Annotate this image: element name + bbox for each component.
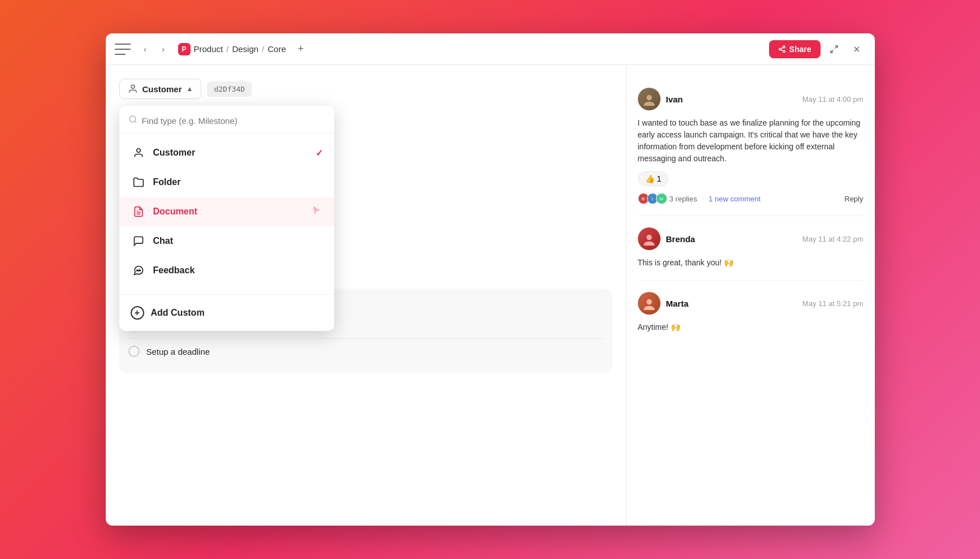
customer-item-label: Customer: [153, 148, 196, 158]
svg-point-15: [136, 270, 137, 271]
avatar-image-ivan: [642, 92, 656, 106]
type-dropdown: Customer ✓ Folder: [119, 106, 334, 331]
comment-card-ivan: Ivan May 11 at 4:00 pm I wanted to touch…: [638, 76, 864, 216]
svg-line-11: [135, 121, 136, 123]
reaction-button-ivan[interactable]: 👍 1: [638, 171, 669, 186]
dropdown-search-row: [119, 113, 334, 134]
commenter-name-brenda: Brenda: [666, 234, 696, 244]
svg-point-19: [646, 235, 652, 240]
avatar-image-marta: [642, 296, 656, 310]
comment-card-marta: Marta May 11 at 5:21 pm Anytime! 🙌: [638, 281, 864, 345]
svg-point-10: [129, 116, 136, 122]
dropdown-item-chat[interactable]: Chat: [119, 226, 334, 256]
comment-footer-ivan: B I M 3 replies · 1 new comment Reply: [638, 193, 864, 204]
reaction-emoji-ivan: 👍: [645, 174, 655, 183]
right-panel: Ivan May 11 at 4:00 pm I wanted to touch…: [626, 65, 875, 526]
comment-text-ivan: I wanted to touch base as we finalize pl…: [638, 117, 864, 165]
comment-time-ivan: May 11 at 4:00 pm: [802, 95, 864, 104]
folder-item-icon: [131, 174, 146, 190]
breadcrumb-core[interactable]: Core: [267, 44, 286, 54]
cursor-icon: [310, 204, 323, 219]
svg-point-0: [783, 46, 785, 48]
sidebar-toggle[interactable]: [115, 44, 131, 55]
check-icon: ✓: [316, 148, 323, 158]
dropdown-divider: [119, 294, 334, 295]
reply-avatars-ivan: B I M: [638, 193, 665, 204]
comment-header-marta: Marta May 11 at 5:21 pm: [638, 292, 864, 315]
mini-avatar-3: M: [656, 193, 667, 204]
search-input[interactable]: [142, 116, 325, 126]
svg-point-20: [646, 299, 652, 305]
svg-point-9: [131, 85, 135, 88]
fullscreen-icon: [830, 45, 839, 54]
fullscreen-button[interactable]: [825, 40, 843, 58]
dropdown-item-folder[interactable]: Folder: [119, 167, 334, 197]
svg-line-6: [831, 50, 834, 53]
separator: ·: [702, 194, 704, 204]
customer-selector-row: Customer ▲ d2Df34D: [119, 79, 612, 99]
dropdown-item-feedback[interactable]: Feedback: [119, 256, 334, 285]
left-panel: Customer ▲ d2Df34D: [106, 65, 626, 526]
dropdown-items: Customer ✓ Folder: [119, 134, 334, 290]
avatar-brenda: [638, 227, 660, 250]
comment-time-brenda: May 11 at 4:22 pm: [802, 235, 864, 243]
commenter-name-ivan: Ivan: [666, 94, 683, 104]
chevron-down-icon: ▲: [187, 85, 193, 93]
reaction-count-ivan: 1: [657, 174, 662, 183]
task-label-2: Setup a deadline: [146, 347, 210, 356]
avatar-marta: [638, 292, 660, 315]
close-icon: [852, 45, 861, 54]
svg-point-16: [138, 270, 139, 271]
add-custom-item[interactable]: + Add Custom: [119, 299, 334, 326]
dropdown-item-document[interactable]: Document: [119, 197, 334, 226]
breadcrumb: P Product / Design / Core: [178, 43, 286, 55]
comment-text-brenda: This is great, thank you! 🙌: [638, 257, 864, 269]
table-row: Setup a deadline: [128, 339, 603, 364]
breadcrumb-product[interactable]: Product: [194, 44, 223, 54]
new-comment-link-ivan[interactable]: 1 new comment: [709, 195, 761, 203]
comment-text-marta: Anytime! 🙌: [638, 321, 864, 333]
svg-line-5: [835, 46, 837, 49]
comment-time-marta: May 11 at 5:21 pm: [802, 299, 864, 308]
comment-header-brenda: Brenda May 11 at 4:22 pm: [638, 227, 864, 250]
svg-point-2: [783, 50, 785, 53]
svg-point-1: [779, 48, 781, 50]
title-bar: ‹ › P Product / Design / Core + Share: [106, 33, 875, 65]
main-content: Customer ▲ d2Df34D: [106, 65, 875, 526]
svg-line-3: [781, 49, 783, 50]
svg-point-17: [139, 270, 140, 271]
breadcrumb-sep-2: /: [262, 44, 264, 54]
back-button[interactable]: ‹: [137, 41, 153, 57]
plus-icon: +: [131, 306, 144, 320]
feedback-item-label: Feedback: [153, 265, 195, 276]
reply-button-ivan[interactable]: Reply: [844, 195, 863, 203]
close-button[interactable]: [848, 40, 866, 58]
feedback-item-icon: [131, 263, 146, 278]
svg-line-4: [781, 47, 783, 48]
chat-item-label: Chat: [153, 236, 174, 246]
dropdown-item-customer[interactable]: Customer ✓: [119, 138, 334, 167]
commenter-name-marta: Marta: [666, 299, 689, 308]
comment-card-brenda: Brenda May 11 at 4:22 pm This is great, …: [638, 216, 864, 281]
breadcrumb-design[interactable]: Design: [232, 44, 258, 54]
chat-item-icon: [131, 233, 146, 249]
type-label: Customer: [143, 84, 182, 94]
forward-button[interactable]: ›: [156, 41, 171, 57]
type-selector-button[interactable]: Customer ▲: [119, 79, 202, 99]
nav-arrows: ‹ ›: [137, 41, 171, 57]
share-icon: [778, 45, 786, 53]
avatar-image-brenda: [642, 232, 656, 246]
share-button[interactable]: Share: [769, 40, 821, 58]
folder-item-label: Folder: [153, 177, 181, 187]
add-tab-button[interactable]: +: [293, 41, 309, 57]
document-item-label: Document: [153, 207, 197, 217]
main-window: ‹ › P Product / Design / Core + Share: [106, 33, 875, 526]
task-checkbox-2[interactable]: [128, 346, 140, 357]
avatar-ivan: [638, 88, 660, 110]
document-item-icon: [131, 204, 146, 220]
id-badge: d2Df34D: [207, 81, 252, 97]
breadcrumb-sep-1: /: [226, 44, 228, 54]
svg-point-18: [646, 95, 652, 101]
customer-item-icon: [131, 145, 146, 161]
search-icon: [128, 115, 137, 126]
